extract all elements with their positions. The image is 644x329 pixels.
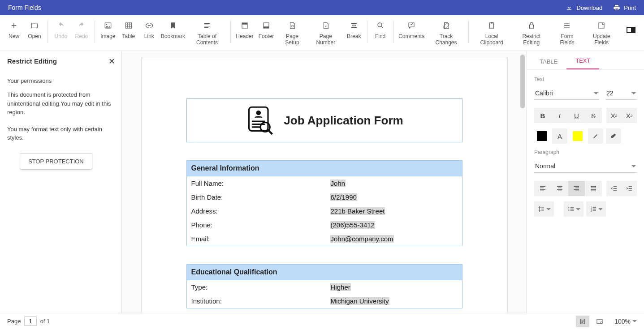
svg-rect-10 xyxy=(490,23,494,28)
svg-rect-6 xyxy=(264,26,269,28)
page-view-button[interactable] xyxy=(576,316,589,327)
app-title: Form Fields xyxy=(8,4,41,11)
image-button[interactable]: Image xyxy=(98,19,118,39)
align-justify-button[interactable] xyxy=(585,181,602,196)
page-number-icon: # xyxy=(322,21,330,30)
line-spacing-button[interactable] xyxy=(534,201,554,217)
font-size-dropdown[interactable]: 22 xyxy=(605,88,637,100)
properties-panel: TABLE TEXT Text Calibri 22 B I U S xyxy=(527,51,644,313)
svg-rect-2 xyxy=(125,23,132,28)
comments-button[interactable]: Comments xyxy=(397,19,427,39)
font-family-dropdown[interactable]: Calibri xyxy=(534,88,599,100)
chevron-down-icon xyxy=(598,208,603,210)
restrict-editing-button[interactable]: Restrict Editing xyxy=(512,19,551,46)
tab-table[interactable]: TABLE xyxy=(531,54,566,69)
numbered-list-button[interactable]: 123 xyxy=(586,201,606,217)
zoom-dropdown[interactable]: 100% xyxy=(614,318,637,325)
svg-point-18 xyxy=(568,209,569,209)
svg-point-7 xyxy=(291,25,294,27)
paragraph-style-dropdown[interactable]: Normal xyxy=(534,161,637,173)
scrollbar-thumb[interactable] xyxy=(520,55,525,108)
field-value[interactable]: Michigan University xyxy=(330,297,389,305)
tab-text[interactable]: TEXT xyxy=(566,53,599,69)
open-button[interactable]: Open xyxy=(24,19,45,39)
field-value[interactable]: Higher xyxy=(330,283,351,291)
bullet-list-button[interactable] xyxy=(564,201,583,217)
font-color-button[interactable]: A xyxy=(552,128,567,144)
break-button[interactable]: Break xyxy=(344,19,364,39)
close-icon[interactable]: ✕ xyxy=(108,56,115,66)
find-button[interactable]: Find xyxy=(370,19,391,39)
document-title: Job Application Form xyxy=(284,114,403,128)
page-setup-button[interactable]: Page Setup xyxy=(277,19,308,46)
comments-label: Comments xyxy=(398,33,424,39)
svg-point-25 xyxy=(601,321,602,323)
page-setup-label: Page Setup xyxy=(280,33,304,46)
toc-button[interactable]: Table of Contents xyxy=(186,19,228,46)
paragraph-style-value: Normal xyxy=(535,162,555,170)
update-fields-icon xyxy=(597,21,605,30)
new-button[interactable]: New xyxy=(4,19,24,39)
permissions-heading: Your permissions xyxy=(7,77,114,84)
svg-point-1 xyxy=(106,24,107,25)
superscript-button[interactable]: X2 xyxy=(606,108,622,123)
form-row: Phone:(206)555-3412 xyxy=(187,218,462,232)
scrollbar[interactable] xyxy=(520,55,525,309)
form-fields-button[interactable]: Form Fields xyxy=(551,19,583,46)
field-value[interactable]: 221b Baker Street xyxy=(330,207,385,215)
undo-button[interactable]: Undo xyxy=(51,19,71,39)
highlight-color-swatch[interactable] xyxy=(570,128,585,144)
panel-title: Restrict Editing xyxy=(7,57,114,65)
track-changes-button[interactable]: Track Changes xyxy=(427,19,466,46)
align-left-button[interactable] xyxy=(534,181,551,196)
field-label: Email: xyxy=(191,235,330,243)
field-value[interactable]: 6/2/1990 xyxy=(330,193,357,201)
link-button[interactable]: Link xyxy=(139,19,160,39)
align-center-button[interactable] xyxy=(551,181,568,196)
page-number-button[interactable]: # Page Number xyxy=(308,19,344,46)
underline-button[interactable]: U xyxy=(568,108,585,123)
print-button[interactable]: Print xyxy=(613,4,636,11)
page: Job Application Form General Information… xyxy=(142,58,507,313)
font-family-value: Calibri xyxy=(535,90,553,97)
svg-text:#: # xyxy=(325,25,327,28)
italic-button[interactable]: I xyxy=(551,108,568,123)
subscript-button[interactable]: X2 xyxy=(622,108,637,123)
bookmark-button[interactable]: Bookmark xyxy=(160,19,186,39)
page-number-input[interactable] xyxy=(24,316,37,326)
bold-button[interactable]: B xyxy=(534,108,551,123)
clear-format-button[interactable] xyxy=(606,128,621,144)
highlight-icon xyxy=(592,132,599,140)
download-button[interactable]: Download xyxy=(566,4,602,11)
field-value[interactable]: John@company.com xyxy=(330,235,394,243)
dark-mode-toggle[interactable] xyxy=(621,19,641,33)
document-canvas[interactable]: Job Application Form General Information… xyxy=(122,51,527,313)
decrease-indent-button[interactable] xyxy=(606,181,622,196)
chevron-down-icon xyxy=(546,208,551,210)
redo-label: Redo xyxy=(75,33,88,39)
status-bar: Page of 1 100% xyxy=(0,313,644,329)
header-button[interactable]: Header xyxy=(233,19,256,39)
svg-point-9 xyxy=(378,23,382,27)
field-label: Institution: xyxy=(191,297,330,305)
section-heading: General Information xyxy=(187,161,462,176)
header-label: Header xyxy=(236,33,253,39)
table-button[interactable]: Table xyxy=(118,19,139,39)
page-label-post: of 1 xyxy=(40,318,50,325)
chevron-down-icon xyxy=(576,208,580,210)
field-value[interactable]: (206)555-3412 xyxy=(330,221,375,229)
redo-button[interactable]: Redo xyxy=(71,19,92,39)
font-color-swatch[interactable] xyxy=(534,128,549,144)
increase-indent-button[interactable] xyxy=(622,181,637,196)
web-layout-button[interactable] xyxy=(593,316,606,327)
strikethrough-button[interactable]: S xyxy=(585,108,602,123)
update-fields-button[interactable]: Update Fields xyxy=(583,19,620,46)
update-fields-label: Update Fields xyxy=(587,33,616,46)
stop-protection-button[interactable]: STOP PROTECTION xyxy=(20,153,92,170)
align-right-button[interactable] xyxy=(568,181,585,196)
highlight-button[interactable] xyxy=(588,128,603,144)
table-icon xyxy=(125,21,133,30)
footer-button[interactable]: Footer xyxy=(256,19,277,39)
field-value[interactable]: John xyxy=(330,179,346,187)
local-clipboard-button[interactable]: Local Clipboard xyxy=(471,19,512,46)
